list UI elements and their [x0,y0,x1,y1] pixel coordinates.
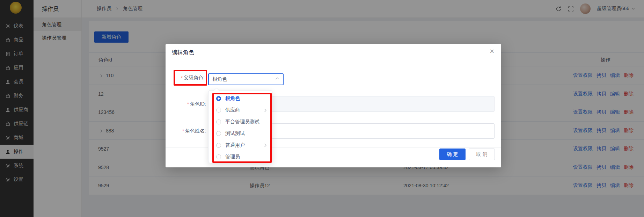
chevron-right-icon[interactable] [264,108,268,112]
required-mark: * [187,101,189,107]
parent-role-select[interactable]: 根角色 [208,73,284,85]
option-normal-user[interactable]: 普通用户 [208,139,272,151]
radio-icon[interactable] [216,120,221,124]
parent-role-label: 父级角色: [184,75,205,81]
parent-role-select-value: 根角色 [212,76,227,82]
option-admin[interactable]: 管理员 [208,151,272,163]
required-mark: * [181,75,183,81]
radio-selected-icon[interactable] [216,96,221,101]
cancel-button[interactable]: 取 消 [469,149,495,160]
option-test-test[interactable]: 测试测试 [208,128,272,140]
annotation-box-parent-role-label: * 父级角色: [174,70,207,86]
role-id-label: * 角色ID: [166,96,206,112]
option-platform-admin-test[interactable]: 平台管理员测试 [208,116,272,128]
confirm-button[interactable]: 确 定 [439,149,466,160]
required-mark: * [182,128,184,134]
chevron-up-icon [275,77,279,81]
radio-icon[interactable] [216,143,221,148]
role-name-label: * 角色姓名: [166,123,206,139]
option-root-role[interactable]: 根角色 [208,93,272,104]
modal-title: 编辑角色 [172,49,194,56]
radio-icon[interactable] [216,154,221,159]
radio-icon[interactable] [216,108,221,113]
app-window: 仪表 商品 订单 应用 会员 财务 [0,0,644,217]
chevron-right-icon[interactable] [264,143,268,147]
parent-role-dropdown: 根角色 供应商 平台管理员测试 测试测试 普通用户 管理员 [208,90,272,163]
close-icon[interactable]: × [490,48,494,55]
option-supplier[interactable]: 供应商 [208,104,272,116]
radio-icon[interactable] [216,131,221,136]
